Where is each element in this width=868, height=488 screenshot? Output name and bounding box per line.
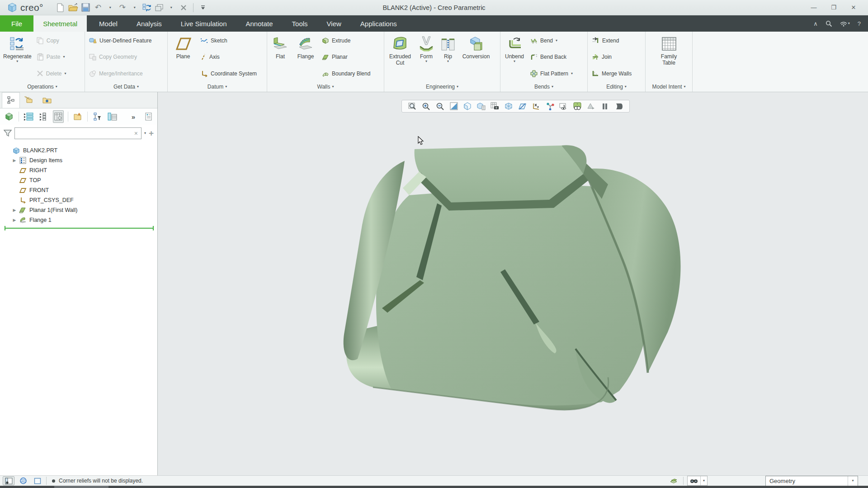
navigator-toggle-icon[interactable] bbox=[3, 476, 14, 485]
datum-plane-button[interactable]: Plane bbox=[169, 33, 197, 82]
group-label-bends[interactable]: Bends▾ bbox=[500, 82, 587, 92]
group-label-walls[interactable]: Walls▾ bbox=[267, 82, 384, 92]
annotation-display-icon[interactable] bbox=[531, 101, 542, 112]
saved-orientations-icon[interactable] bbox=[476, 101, 486, 112]
merge-walls-button[interactable]: Merge Walls bbox=[590, 68, 642, 79]
flat-pattern-button[interactable]: Flat Pattern ▾ bbox=[528, 68, 583, 79]
folder-browser-tab[interactable] bbox=[20, 92, 38, 108]
close-window-icon[interactable] bbox=[178, 2, 189, 14]
tab-analysis[interactable]: Analysis bbox=[127, 15, 171, 32]
delete-button[interactable]: Delete ▾ bbox=[35, 68, 79, 79]
merge-inheritance-button[interactable]: Merge/Inheritance bbox=[87, 68, 163, 79]
tab-model[interactable]: Model bbox=[90, 15, 127, 32]
web-browser-toggle-icon[interactable] bbox=[17, 476, 29, 485]
undo-caret-icon[interactable]: ▾ bbox=[105, 2, 116, 14]
selection-filter-dropdown[interactable]: Geometry ▾ bbox=[765, 476, 858, 486]
favorites-tab[interactable] bbox=[38, 92, 56, 108]
planar-wall-button[interactable]: Planar bbox=[320, 52, 380, 63]
tree-item-root[interactable]: BLANK2.PRT bbox=[0, 145, 157, 155]
tab-sheetmetal[interactable]: Sheetmetal bbox=[33, 15, 87, 32]
tree-item-front[interactable]: FRONT bbox=[0, 185, 157, 195]
zoom-region-icon[interactable] bbox=[407, 101, 418, 112]
add-filter-icon[interactable]: + bbox=[149, 128, 154, 138]
ar-design-share-icon[interactable] bbox=[572, 101, 583, 112]
extruded-cut-button[interactable]: Extruded Cut bbox=[386, 33, 415, 82]
part-node-icon[interactable] bbox=[4, 110, 14, 123]
flat-wall-button[interactable]: Flat bbox=[269, 33, 292, 82]
display-options-icon[interactable] bbox=[558, 101, 569, 112]
graphics-area[interactable] bbox=[158, 92, 868, 475]
tree-search-field[interactable]: × bbox=[14, 127, 142, 139]
filter-funnel-icon[interactable] bbox=[4, 130, 12, 137]
sketch-button[interactable]: Sketch bbox=[198, 35, 262, 46]
close-button[interactable]: ✕ bbox=[844, 1, 863, 14]
expand-arrow-icon[interactable]: ▶ bbox=[11, 158, 18, 163]
family-table-button[interactable]: Family Table bbox=[650, 33, 689, 82]
display-style-icon[interactable] bbox=[462, 101, 473, 112]
bend-button[interactable]: Bend ▾ bbox=[528, 35, 583, 46]
zoom-in-icon[interactable] bbox=[421, 101, 432, 112]
resume-icon[interactable] bbox=[613, 101, 624, 112]
copy-geometry-button[interactable]: Copy Geometry bbox=[87, 52, 163, 63]
find-caret-icon[interactable]: ▾ bbox=[700, 476, 707, 485]
redo-icon[interactable]: ↷ bbox=[117, 2, 128, 14]
minimize-ribbon-icon[interactable]: ∧ bbox=[813, 20, 818, 27]
group-label-datum[interactable]: Datum▾ bbox=[168, 82, 267, 92]
repaint-icon[interactable] bbox=[448, 101, 459, 112]
tab-live-simulation[interactable]: Live Simulation bbox=[171, 15, 236, 32]
find-icon[interactable] bbox=[688, 476, 700, 485]
extrude-wall-button[interactable]: Extrude bbox=[320, 35, 380, 46]
join-button[interactable]: Join bbox=[590, 52, 642, 63]
user-defined-feature-button[interactable]: User-Defined Feature bbox=[87, 35, 163, 46]
expand-all-icon[interactable] bbox=[23, 110, 34, 123]
bend-back-button[interactable]: Bend Back bbox=[528, 52, 583, 63]
redo-caret-icon[interactable]: ▾ bbox=[129, 2, 140, 14]
group-label-engineering[interactable]: Engineering▾ bbox=[384, 82, 500, 92]
rip-button[interactable]: Rip ▾ bbox=[438, 33, 458, 82]
tree-item-flange-1[interactable]: ▶ Flange 1 bbox=[0, 215, 157, 225]
conversion-button[interactable]: Conversion bbox=[458, 33, 494, 82]
tree-item-top[interactable]: TOP bbox=[0, 175, 157, 185]
tab-tools[interactable]: Tools bbox=[283, 15, 317, 32]
tree-insertion-locator[interactable] bbox=[5, 228, 154, 229]
tree-search-input[interactable] bbox=[17, 130, 133, 136]
datum-axis-button[interactable]: Axis bbox=[198, 52, 262, 63]
tree-item-design-items[interactable]: ▶ Design Items bbox=[0, 155, 157, 165]
minimize-button[interactable]: — bbox=[804, 1, 824, 14]
tree-column-display-icon[interactable] bbox=[107, 110, 118, 123]
pause-icon[interactable] bbox=[599, 101, 610, 112]
regenerate-quick-icon[interactable] bbox=[142, 2, 152, 14]
customize-toolbar-icon[interactable] bbox=[198, 2, 208, 14]
tab-view[interactable]: View bbox=[317, 15, 351, 32]
tab-annotate[interactable]: Annotate bbox=[236, 15, 283, 32]
tree-item-csys[interactable]: PRT_CSYS_DEF bbox=[0, 195, 157, 205]
paste-button[interactable]: Paste ▾ bbox=[35, 52, 79, 63]
regeneration-status-icon[interactable] bbox=[668, 476, 679, 485]
extend-button[interactable]: Extend bbox=[590, 35, 642, 46]
search-icon[interactable] bbox=[826, 20, 832, 27]
failure-diagnostics-icon[interactable] bbox=[586, 101, 597, 112]
perspective-icon[interactable] bbox=[503, 101, 514, 112]
item-info-icon[interactable] bbox=[143, 110, 154, 123]
collapse-all-icon[interactable] bbox=[38, 110, 49, 123]
tree-columns-icon[interactable] bbox=[53, 110, 64, 123]
model-tree-tab[interactable] bbox=[2, 92, 20, 108]
window-switch-caret-icon[interactable]: ▾ bbox=[166, 2, 177, 14]
view-manager-icon[interactable] bbox=[490, 101, 500, 112]
form-button[interactable]: Form ▾ bbox=[415, 33, 438, 82]
model-viewport[interactable] bbox=[337, 145, 689, 425]
add-to-favorites-icon[interactable] bbox=[72, 110, 83, 123]
datum-display-icon[interactable] bbox=[517, 101, 528, 112]
flange-wall-button[interactable]: Flange bbox=[292, 33, 319, 82]
copy-button[interactable]: Copy bbox=[35, 35, 79, 46]
new-file-icon[interactable] bbox=[55, 2, 66, 14]
tab-file[interactable]: File bbox=[0, 15, 33, 32]
tree-toolbar-overflow[interactable]: » bbox=[128, 110, 139, 123]
coordinate-system-button[interactable]: Coordinate System bbox=[198, 68, 262, 79]
sheetmetal-model[interactable] bbox=[337, 145, 689, 425]
tree-item-planar-1[interactable]: ▶ Planar 1(First Wall) bbox=[0, 205, 157, 215]
undo-icon[interactable]: ↶ bbox=[93, 2, 104, 14]
window-switch-icon[interactable] bbox=[154, 2, 165, 14]
expand-arrow-icon[interactable]: ▶ bbox=[11, 218, 18, 222]
group-label-operations[interactable]: Operations▾ bbox=[0, 82, 85, 92]
